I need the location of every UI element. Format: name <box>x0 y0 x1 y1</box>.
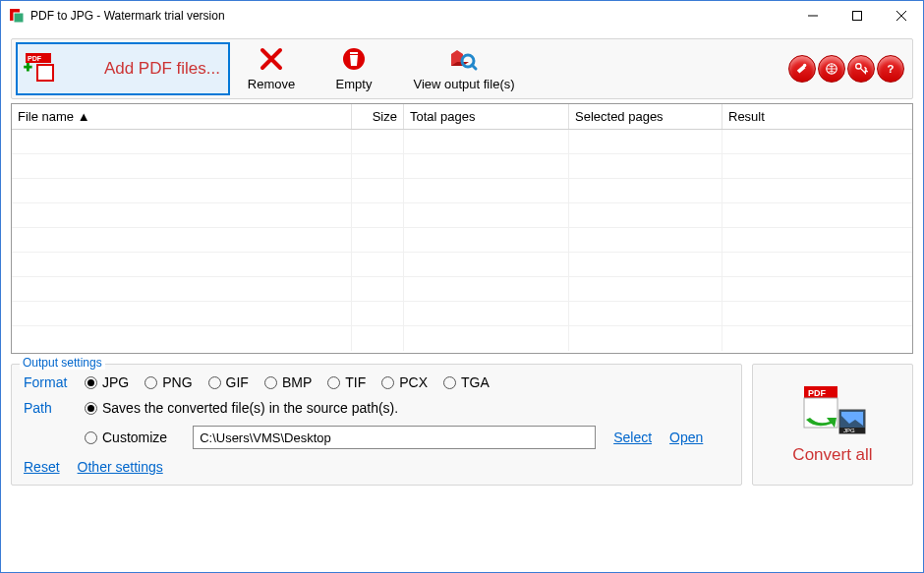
format-radio-png[interactable]: PNG <box>144 374 192 390</box>
col-result[interactable]: Result <box>722 104 912 129</box>
output-settings: Output settings Format JPGPNGGIFBMPTIFPC… <box>11 364 742 486</box>
other-settings-link[interactable]: Other settings <box>78 459 163 475</box>
col-selectedpages[interactable]: Selected pages <box>569 104 722 129</box>
select-link[interactable]: Select <box>613 430 652 445</box>
view-output-icon <box>449 46 479 75</box>
path-label: Path <box>24 400 85 416</box>
file-grid: File name ▲ Size Total pages Selected pa… <box>11 103 913 354</box>
svg-text:JPG: JPG <box>843 428 855 433</box>
svg-text:?: ? <box>888 63 895 75</box>
close-button[interactable] <box>879 2 923 30</box>
svg-text:PDF: PDF <box>28 55 42 62</box>
key-icon-button[interactable] <box>847 55 875 83</box>
empty-icon <box>341 46 367 75</box>
format-radio-tif[interactable]: TIF <box>327 374 366 390</box>
remove-icon <box>259 46 284 75</box>
window-title: PDF to JPG - Watermark trial version <box>30 9 790 23</box>
web-icon-button[interactable] <box>818 55 845 83</box>
convert-icon: PDF JPG <box>798 384 867 439</box>
output-legend: Output settings <box>20 356 105 370</box>
svg-rect-3 <box>852 12 861 21</box>
app-icon <box>9 8 25 24</box>
add-pdf-label: Add PDF files... <box>67 59 228 79</box>
custom-path-input[interactable] <box>193 426 596 449</box>
svg-text:PDF: PDF <box>808 388 827 398</box>
format-radio-tga[interactable]: TGA <box>443 374 490 390</box>
svg-rect-1 <box>14 13 24 23</box>
remove-button[interactable]: Remove <box>230 42 313 95</box>
remove-label: Remove <box>248 77 295 91</box>
grid-body[interactable] <box>12 130 912 351</box>
col-size[interactable]: Size <box>352 104 404 129</box>
format-label: Format <box>24 374 85 390</box>
minimize-button[interactable] <box>790 2 835 30</box>
reset-link[interactable]: Reset <box>24 459 60 475</box>
view-output-label: View output file(s) <box>413 77 514 91</box>
pdf-add-icon: PDF <box>24 51 59 86</box>
svg-rect-2 <box>808 16 818 17</box>
col-filename[interactable]: File name ▲ <box>12 104 352 129</box>
empty-label: Empty <box>336 77 373 91</box>
view-output-button[interactable]: View output file(s) <box>395 42 533 95</box>
convert-all-button[interactable]: PDF JPG Convert all <box>752 364 913 486</box>
convert-label: Convert all <box>792 445 872 465</box>
maximize-button[interactable] <box>835 2 879 30</box>
settings-icon-button[interactable] <box>788 55 816 83</box>
path-customize-radio[interactable]: Customize <box>85 430 167 445</box>
format-radio-jpg[interactable]: JPG <box>85 374 129 390</box>
path-source-radio[interactable]: Saves the converted file(s) in the sourc… <box>85 400 398 416</box>
format-radio-pcx[interactable]: PCX <box>381 374 428 390</box>
toolbar: PDF Add PDF files... Remove Empty View o… <box>11 38 913 99</box>
format-radio-gif[interactable]: GIF <box>208 374 249 390</box>
format-radio-bmp[interactable]: BMP <box>264 374 312 390</box>
add-pdf-button[interactable]: PDF Add PDF files... <box>16 42 230 95</box>
help-icon-button[interactable]: ? <box>877 55 904 83</box>
col-totalpages[interactable]: Total pages <box>404 104 569 129</box>
format-radios: JPGPNGGIFBMPTIFPCXTGA <box>85 374 505 390</box>
open-link[interactable]: Open <box>669 430 703 445</box>
empty-button[interactable]: Empty <box>313 42 395 95</box>
